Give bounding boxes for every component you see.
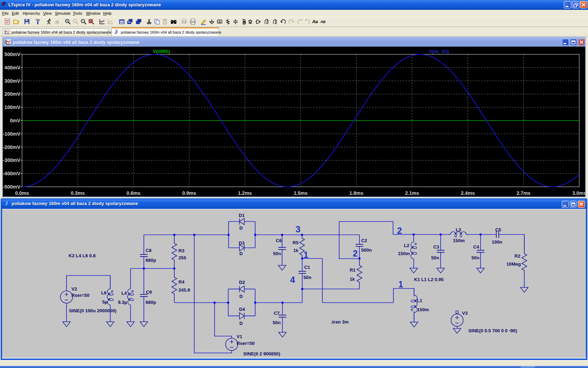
svg-text:D: D bbox=[239, 294, 243, 299]
svg-text:D3: D3 bbox=[239, 240, 245, 246]
svg-text:100n: 100n bbox=[492, 239, 502, 245]
svg-text:50n: 50n bbox=[471, 255, 479, 260]
svg-text:2: 2 bbox=[353, 248, 358, 258]
svg-text:1: 1 bbox=[398, 279, 403, 289]
svg-text:C8: C8 bbox=[146, 248, 152, 253]
svg-text:C2: C2 bbox=[361, 238, 367, 243]
svg-text:0.6ms: 0.6ms bbox=[127, 190, 141, 196]
svg-text:.tran 3m: .tran 3m bbox=[331, 319, 349, 325]
svg-text:SINE(0 100u 2000000): SINE(0 100u 2000000) bbox=[69, 308, 117, 313]
svg-text:C7: C7 bbox=[274, 311, 280, 316]
svg-text:L3: L3 bbox=[456, 227, 461, 232]
svg-text:D4: D4 bbox=[239, 307, 245, 312]
svg-text:Rser=50: Rser=50 bbox=[237, 341, 255, 346]
svg-text:R1: R1 bbox=[350, 267, 356, 273]
svg-text:150m: 150m bbox=[398, 251, 410, 256]
svg-text:R2: R2 bbox=[514, 253, 520, 259]
svg-text:680p: 680p bbox=[146, 258, 156, 263]
svg-text:0.3ms: 0.3ms bbox=[71, 190, 85, 196]
svg-text:3: 3 bbox=[296, 224, 301, 234]
svg-text:L1: L1 bbox=[417, 298, 422, 303]
svg-text:100mV: 100mV bbox=[5, 104, 21, 110]
svg-text:500n: 500n bbox=[361, 247, 372, 253]
svg-text:50n: 50n bbox=[273, 320, 281, 325]
svg-text:50n: 50n bbox=[303, 275, 312, 280]
svg-text:1k: 1k bbox=[350, 277, 355, 282]
svg-text:D: D bbox=[239, 225, 243, 231]
svg-text:L6: L6 bbox=[101, 290, 106, 295]
svg-text:400mV: 400mV bbox=[5, 65, 21, 70]
svg-text:0.9ms: 0.9ms bbox=[182, 190, 196, 196]
svg-text:D: D bbox=[239, 321, 243, 326]
svg-text:V2: V2 bbox=[71, 286, 77, 292]
svg-text:V1: V1 bbox=[237, 334, 242, 339]
svg-text:680p: 680p bbox=[146, 300, 156, 305]
svg-text:150m: 150m bbox=[453, 238, 465, 243]
svg-text:C3: C3 bbox=[433, 244, 439, 250]
svg-text:C9: C9 bbox=[146, 289, 152, 295]
svg-text:C6: C6 bbox=[276, 238, 282, 243]
svg-text:K1 L1 L2 0.95: K1 L1 L2 0.95 bbox=[414, 277, 443, 282]
svg-text:C4: C4 bbox=[473, 244, 479, 250]
svg-text:150m: 150m bbox=[417, 307, 429, 312]
svg-text:.op: .op bbox=[320, 19, 326, 23]
svg-text:50n: 50n bbox=[431, 255, 439, 260]
svg-text:SINE(0 2 900650): SINE(0 2 900650) bbox=[243, 351, 280, 356]
svg-text:V(n005): V(n005) bbox=[153, 49, 170, 54]
svg-text:L4: L4 bbox=[121, 291, 127, 296]
svg-text:-300mV: -300mV bbox=[3, 157, 20, 163]
svg-text:500mV: 500mV bbox=[5, 52, 21, 57]
svg-text:R4: R4 bbox=[178, 279, 185, 285]
svg-text:-400mV: -400mV bbox=[3, 171, 20, 176]
svg-text:200mV: 200mV bbox=[5, 91, 21, 97]
svg-text:V(nc_01): V(nc_01) bbox=[429, 49, 449, 54]
svg-text:Aa: Aa bbox=[312, 19, 318, 24]
svg-text:-100mV: -100mV bbox=[3, 131, 20, 137]
svg-text:50n: 50n bbox=[273, 251, 281, 256]
svg-text:D: D bbox=[239, 251, 243, 256]
svg-text:2.7ms: 2.7ms bbox=[517, 190, 531, 196]
svg-text:K2 L4 L6 0.8: K2 L4 L6 0.8 bbox=[69, 253, 96, 258]
svg-text:1: 1 bbox=[303, 250, 308, 260]
svg-text:A: A bbox=[218, 20, 221, 23]
svg-text:D2: D2 bbox=[239, 280, 245, 285]
svg-text:0mV: 0mV bbox=[10, 118, 20, 123]
svg-text:245.9: 245.9 bbox=[178, 287, 190, 293]
svg-text:1.5ms: 1.5ms bbox=[294, 190, 308, 196]
svg-text:D1: D1 bbox=[239, 213, 245, 218]
svg-text:255: 255 bbox=[178, 255, 186, 260]
svg-text:1k: 1k bbox=[293, 248, 299, 253]
svg-text:2: 2 bbox=[397, 226, 402, 236]
svg-text:9.3µ: 9.3µ bbox=[118, 300, 127, 305]
svg-text:SINE(0 0.5 700 0 0 -90): SINE(0 0.5 700 0 0 -90) bbox=[468, 328, 517, 333]
svg-text:L2: L2 bbox=[404, 243, 409, 248]
svg-text:V3: V3 bbox=[462, 311, 468, 316]
svg-text:1.2ms: 1.2ms bbox=[238, 190, 252, 196]
svg-text:C5: C5 bbox=[495, 227, 501, 232]
svg-text:4: 4 bbox=[290, 275, 295, 285]
svg-text:R5: R5 bbox=[293, 240, 299, 245]
svg-text:0.0ms: 0.0ms bbox=[15, 190, 29, 196]
svg-text:1.8ms: 1.8ms bbox=[349, 190, 363, 196]
svg-text:5µ: 5µ bbox=[102, 299, 107, 305]
svg-text:-500mV: -500mV bbox=[3, 184, 20, 190]
svg-text:3.0ms: 3.0ms bbox=[572, 190, 585, 196]
svg-text:R3: R3 bbox=[178, 248, 184, 253]
svg-text:-200mV: -200mV bbox=[3, 144, 20, 150]
svg-text:10Meg: 10Meg bbox=[506, 261, 521, 267]
svg-text:2.1ms: 2.1ms bbox=[405, 190, 419, 196]
svg-text:C1: C1 bbox=[304, 265, 310, 270]
svg-text:2.4ms: 2.4ms bbox=[461, 190, 475, 196]
svg-text:Rser=50: Rser=50 bbox=[71, 293, 90, 298]
svg-text:300mV: 300mV bbox=[5, 78, 21, 84]
